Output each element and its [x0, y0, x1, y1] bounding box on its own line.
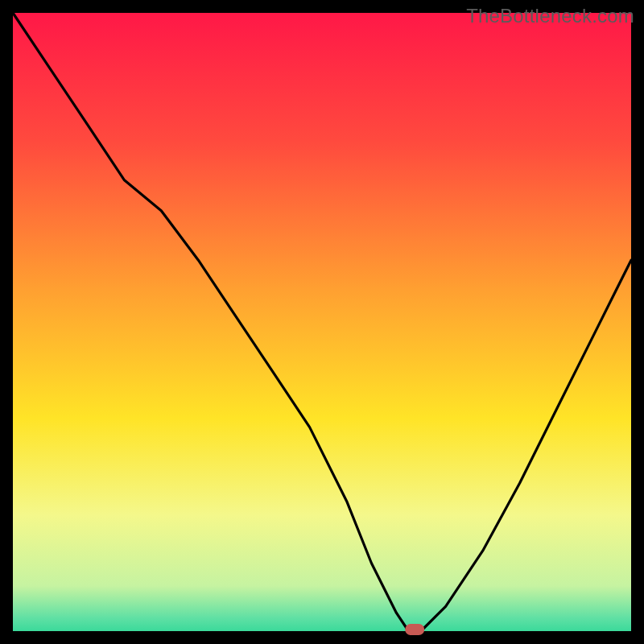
watermark-text: TheBottleneck.com [466, 5, 634, 27]
gradient-background [0, 0, 644, 644]
bottleneck-chart [0, 0, 644, 644]
optimal-point-marker [405, 624, 424, 635]
chart-container: TheBottleneck.com [0, 0, 644, 644]
